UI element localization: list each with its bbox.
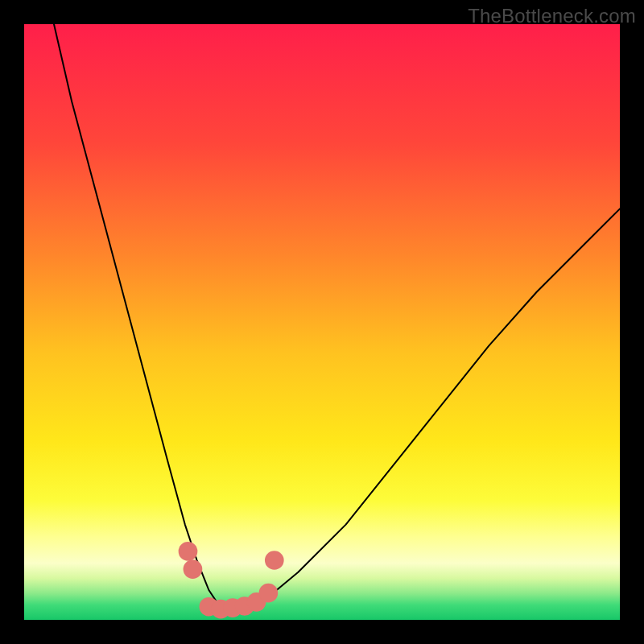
- curve-marker: [265, 551, 284, 570]
- curve-marker: [184, 559, 203, 579]
- plot-area: [24, 24, 620, 620]
- curve-marker: [179, 542, 198, 561]
- bottleneck-curve: [24, 24, 620, 620]
- watermark-text: TheBottleneck.com: [468, 5, 636, 27]
- chart-frame: TheBottleneck.com: [0, 0, 644, 644]
- curve-marker: [259, 584, 279, 603]
- curve-markers: [179, 542, 284, 618]
